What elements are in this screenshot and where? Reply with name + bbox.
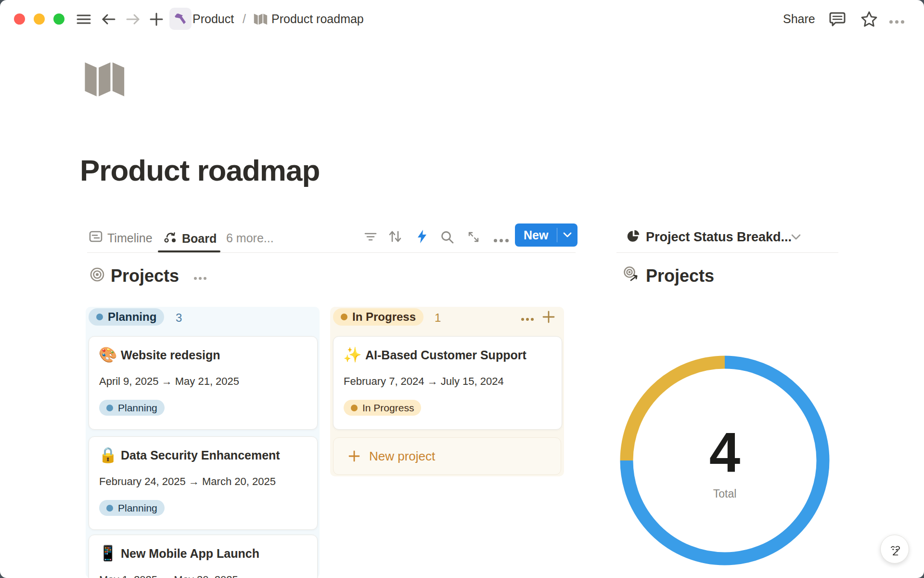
favorite-star-icon[interactable] [860, 11, 878, 30]
column-in-progress-count: 1 [435, 311, 441, 325]
card-emoji-lock: 🔒 [99, 447, 117, 464]
status-dot-yellow [341, 314, 347, 320]
search-icon[interactable] [440, 230, 454, 246]
card-website-redesign[interactable]: 🎨 Website redesign April 9, 2025 → May 2… [89, 336, 318, 430]
card-data-security[interactable]: 🔒 Data Security Enhancement February 24,… [89, 436, 318, 530]
chart-total-label: Total [619, 487, 831, 500]
chart-panel-divider [616, 252, 838, 253]
tab-timeline[interactable]: Timeline [89, 230, 153, 246]
column-planning-count: 3 [176, 311, 182, 325]
traffic-light-zoom[interactable] [53, 13, 64, 25]
new-button-chevron-icon[interactable] [557, 232, 578, 238]
view-options-icon[interactable] [494, 236, 509, 244]
filter-icon[interactable] [364, 230, 377, 245]
back-icon[interactable] [101, 12, 116, 28]
breadcrumb-separator: / [243, 12, 246, 26]
card-emoji-palette: 🎨 [99, 346, 117, 364]
notion-ai-button[interactable] [880, 535, 909, 564]
chart-total-value: 4 [619, 420, 831, 485]
page-title: Product roadmap [80, 153, 320, 187]
sidebar-menu-icon[interactable] [77, 13, 91, 28]
forward-icon[interactable] [125, 12, 141, 28]
status-dot-blue [96, 314, 103, 320]
chart-section-title[interactable]: Projects [646, 266, 714, 286]
more-views-button[interactable]: 6 more... [226, 231, 274, 245]
breadcrumb-root[interactable]: Product [192, 12, 234, 26]
plus-icon [348, 450, 360, 462]
toolbar-divider [87, 252, 576, 253]
map-icon [253, 12, 268, 28]
card-status-tag: In Progress [344, 400, 421, 416]
card-dates: February 7, 2024 → July 15, 2024 [344, 375, 504, 388]
expand-icon[interactable] [467, 230, 480, 246]
share-button[interactable]: Share [783, 12, 815, 26]
card-emoji-phone: 📱 [99, 545, 117, 562]
card-emoji-sparkles: ✨ [343, 346, 362, 364]
board-section-options-icon[interactable] [194, 273, 206, 282]
new-project-button[interactable]: New project [333, 437, 561, 475]
timeline-view-icon [89, 230, 103, 246]
more-options-icon[interactable] [889, 17, 904, 26]
linked-projects-target-icon [623, 266, 640, 285]
workspace-app-icon[interactable] [169, 8, 192, 30]
comments-icon[interactable] [829, 12, 846, 30]
column-planning-status-pill[interactable]: Planning [89, 308, 164, 326]
new-button[interactable]: New [515, 223, 578, 247]
card-ai-customer-support[interactable]: ✨ AI-Based Customer Support February 7, … [333, 336, 562, 430]
column-add-card-icon[interactable] [542, 310, 555, 326]
sort-icon[interactable] [388, 230, 402, 245]
card-status-tag: Planning [99, 500, 165, 516]
notion-ai-face-icon [886, 540, 903, 558]
pie-chart-icon [627, 229, 640, 245]
card-dates: April 9, 2025 → May 21, 2025 [99, 375, 239, 388]
column-in-progress-status-pill[interactable]: In Progress [333, 308, 424, 326]
card-mobile-app-launch[interactable]: 📱 New Mobile App Launch May 1, 2025 → Ma… [89, 535, 318, 578]
board-section-title[interactable]: Projects [111, 266, 179, 286]
automations-lightning-icon[interactable] [416, 229, 428, 246]
chart-view-chevron-icon[interactable] [791, 234, 801, 243]
chart-view-title[interactable]: Project Status Breakd... [646, 230, 792, 245]
notion-window: Product / Product roadmap Share Product … [0, 0, 924, 578]
new-tab-plus-icon[interactable] [149, 12, 164, 28]
card-status-tag: Planning [99, 400, 165, 416]
tab-board[interactable]: Board [164, 230, 217, 247]
column-options-icon[interactable] [521, 314, 534, 323]
traffic-light-minimize[interactable] [34, 13, 45, 25]
card-dates: May 1, 2025 → May 30, 2025 [99, 574, 238, 578]
projects-target-icon [90, 267, 105, 284]
page-icon-map[interactable] [82, 56, 127, 102]
traffic-light-close[interactable] [14, 13, 25, 25]
breadcrumb-current[interactable]: Product roadmap [271, 12, 364, 26]
board-view-icon [164, 230, 177, 247]
card-dates: February 24, 2025 → March 20, 2025 [99, 475, 276, 488]
